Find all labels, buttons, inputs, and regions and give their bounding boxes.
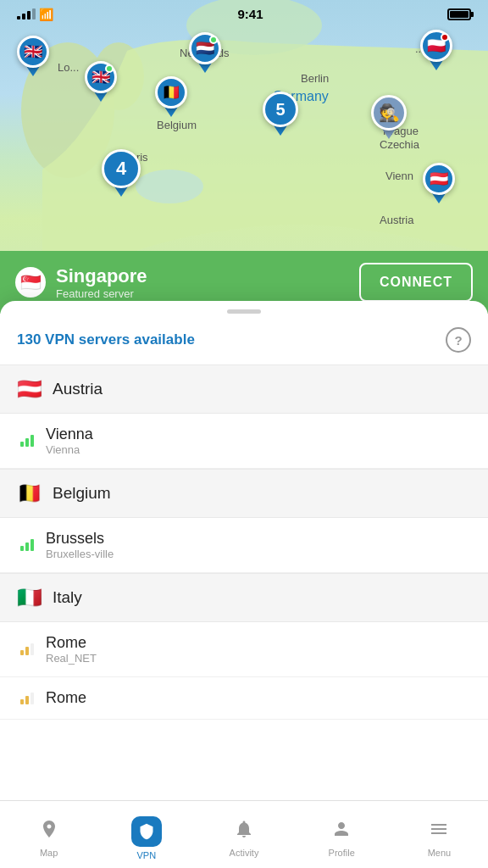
belgium-flag: 🇧🇪 <box>17 481 42 505</box>
menu-tab-label: Menu <box>428 848 452 858</box>
map-area[interactable]: Berlin Ne...lands Belgium Germany Prague… <box>0 0 488 314</box>
map-pin-uk2[interactable]: 🇬🇧 <box>85 61 117 102</box>
map-tab-label: Map <box>40 848 58 858</box>
italy-name: Italy <box>53 588 82 607</box>
menu-tab-icon <box>429 819 449 844</box>
city-row-rome1[interactable]: Rome Real_NET <box>0 622 488 677</box>
battery-fill <box>450 11 469 18</box>
city-name-vienna: Vienna <box>46 426 93 443</box>
signal-icon-brussels <box>20 539 34 551</box>
server-count-text: 130 VPN servers available <box>17 331 195 348</box>
server-count-number: 130 <box>17 331 41 348</box>
server-count-row: 130 VPN servers available ? <box>0 319 488 364</box>
austria-name: Austria <box>53 380 103 398</box>
signal-icon-rome2 <box>20 693 34 704</box>
city-sub-vienna: Vienna <box>46 443 93 456</box>
activity-tab-label: Activity <box>230 848 259 858</box>
map-label-berlin: Berlin <box>301 72 329 85</box>
svg-point-3 <box>136 170 203 203</box>
tab-menu[interactable]: Menu <box>391 812 488 858</box>
featured-server-name: Singapore <box>56 265 147 287</box>
status-time: 9:41 <box>237 7 263 21</box>
country-header-belgium[interactable]: 🇧🇪 Belgium <box>0 469 488 518</box>
map-pin-de[interactable]: 5 <box>263 92 298 136</box>
map-pin-be[interactable]: 🇧🇪 <box>155 76 187 117</box>
austria-flag: 🇦🇹 <box>17 377 42 401</box>
server-list-sheet: 130 VPN servers available ? 🇦🇹 Austria V… <box>0 301 488 800</box>
featured-flag-emoji: 🇸🇬 <box>20 272 42 292</box>
city-row-rome2[interactable]: Rome <box>0 677 488 720</box>
country-header-italy[interactable]: 🇮🇹 Italy <box>0 573 488 622</box>
city-info-rome1: Rome Real_NET <box>46 634 97 665</box>
city-info-rome2: Rome <box>46 689 86 707</box>
map-label-czechia: Czechia <box>380 138 419 151</box>
wifi-icon: 📶 <box>39 8 53 21</box>
city-sub-rome1: Real_NET <box>46 652 97 665</box>
belgium-name: Belgium <box>53 484 111 503</box>
city-row-vienna[interactable]: Vienna Vienna <box>0 414 488 469</box>
drag-handle <box>227 309 261 314</box>
map-tab-icon <box>39 819 59 844</box>
map-pin-nl[interactable]: 🇳🇱 <box>189 32 221 73</box>
status-right <box>447 8 471 20</box>
signal-strength <box>17 8 36 19</box>
featured-left: 🇸🇬 Singapore Featured server <box>15 265 147 300</box>
tab-bar: Map VPN Activity Profile <box>0 800 488 868</box>
activity-tab-icon <box>234 819 254 844</box>
status-bar: 📶 9:41 <box>0 0 488 25</box>
profile-tab-icon <box>331 819 352 844</box>
signal-icon-rome1 <box>20 643 34 655</box>
city-name-rome1: Rome <box>46 634 97 652</box>
city-name-brussels: Brussels <box>46 530 114 548</box>
map-pin-at[interactable]: 🇦🇹 <box>423 163 455 203</box>
map-label-belgium: Belgium <box>157 119 197 131</box>
help-button[interactable]: ? <box>446 327 471 353</box>
tab-activity[interactable]: Activity <box>195 812 292 858</box>
tab-profile[interactable]: Profile <box>293 812 391 858</box>
city-name-rome2: Rome <box>46 689 86 707</box>
map-label-vienna-map: Vienn <box>385 170 413 182</box>
city-sub-brussels: Bruxelles-ville <box>46 548 114 560</box>
map-label-austria-map: Austria <box>380 214 413 226</box>
featured-info: Singapore Featured server <box>56 265 147 300</box>
map-pin-paris[interactable]: 4 <box>102 149 141 197</box>
city-row-brussels[interactable]: Brussels Bruxelles-ville <box>0 518 488 573</box>
map-label-london: Lo... <box>58 61 79 74</box>
tab-map[interactable]: Map <box>0 812 97 858</box>
connect-button[interactable]: CONNECT <box>359 263 473 302</box>
map-pin-cz[interactable]: 🕵️ <box>371 95 407 139</box>
battery-icon <box>447 8 471 20</box>
server-count-suffix: VPN servers available <box>41 331 194 348</box>
vpn-tab-icon <box>131 816 162 847</box>
map-pin-uk1[interactable]: 🇬🇧 <box>17 36 49 76</box>
italy-flag: 🇮🇹 <box>17 586 42 609</box>
tab-vpn[interactable]: VPN <box>97 810 195 860</box>
featured-flag: 🇸🇬 <box>15 267 46 298</box>
city-info-brussels: Brussels Bruxelles-ville <box>46 530 114 560</box>
signal-icon-vienna <box>20 435 34 447</box>
vpn-tab-label: VPN <box>136 850 156 860</box>
profile-tab-label: Profile <box>329 848 355 858</box>
featured-server-subtitle: Featured server <box>56 287 147 300</box>
map-pin-pl[interactable]: 🇵🇱 <box>420 30 452 70</box>
country-header-austria[interactable]: 🇦🇹 Austria <box>0 364 488 414</box>
city-info-vienna: Vienna Vienna <box>46 426 93 456</box>
status-left: 📶 <box>17 8 53 21</box>
